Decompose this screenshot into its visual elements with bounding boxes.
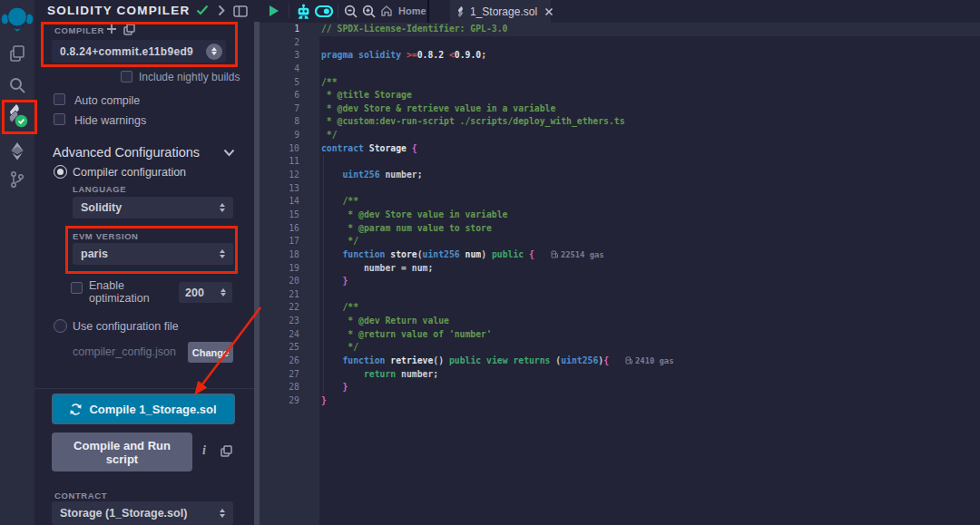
play-icon[interactable] (269, 5, 279, 17)
code-line: */ (321, 341, 673, 355)
nightly-builds-label: Include nightly builds (139, 71, 240, 83)
use-config-file-label: Use configuration file (73, 320, 179, 333)
editor-topbar: Home 1_Storage.sol (260, 0, 980, 23)
compiler-config-radio[interactable] (54, 165, 67, 179)
annotation-box-compiler (41, 22, 238, 67)
auto-compile-checkbox[interactable] (54, 93, 65, 105)
code-line: * @dev Return value (321, 315, 673, 328)
zoom-out-icon[interactable] (344, 5, 358, 18)
tab-close-icon[interactable] (544, 7, 554, 16)
code-line: return number; (321, 368, 673, 382)
compile-success-check-icon (196, 5, 209, 15)
code-line: } (321, 275, 673, 288)
annotation-box-evm-version (65, 226, 238, 274)
code-line (321, 182, 673, 196)
panel-chevron-right-icon[interactable] (218, 5, 225, 16)
code-line: contract Storage { (321, 142, 673, 156)
enable-optimization-label: Enable optimization (89, 280, 150, 305)
solidity-file-icon (456, 5, 466, 18)
tab-storage-sol[interactable]: 1_Storage.sol (450, 0, 551, 23)
panel-divider (34, 388, 254, 389)
contract-value: Storage (1_Storage.sol) (60, 507, 187, 520)
compile-button[interactable]: Compile 1_Storage.sol (52, 394, 235, 424)
code-line: number = num; (321, 262, 673, 276)
tab-home[interactable]: Home (380, 5, 426, 17)
hide-warnings-label: Hide warnings (74, 114, 146, 127)
code-line (321, 288, 673, 302)
code-editor[interactable]: 1234567891011121314151617181920212223242… (260, 23, 980, 525)
gas-estimate: 2410 gas (625, 355, 673, 368)
code-line: /** (321, 195, 673, 209)
contract-stepper-icon (220, 509, 225, 518)
zoom-in-icon[interactable] (362, 5, 376, 18)
gas-estimate: 22514 gas (551, 248, 604, 262)
optimization-runs-value: 200 (185, 287, 204, 299)
code-line: * @custom:dev-run-script ./scripts/deplo… (321, 115, 673, 129)
code-line (321, 155, 673, 169)
nightly-builds-checkbox[interactable] (121, 71, 132, 83)
refresh-icon (70, 403, 82, 415)
code-line: * @dev Store & retrieve value in a varia… (321, 102, 673, 116)
compile-and-run-button[interactable]: Compile and Run script (52, 433, 192, 472)
annotation-box-solidity-icon (2, 100, 37, 134)
language-value: Solidity (81, 201, 122, 214)
optimization-runs-input[interactable]: 200 (179, 282, 232, 303)
code-line: uint256 number; (321, 169, 673, 182)
search-icon[interactable] (0, 76, 34, 94)
deploy-run-icon[interactable] (0, 141, 34, 160)
code-line: */ (321, 235, 673, 248)
code-line: } (321, 381, 673, 394)
home-icon (380, 5, 393, 17)
advanced-chevron-down-icon[interactable] (223, 149, 235, 157)
code-line: function store(uint256 num) public {2251… (321, 248, 673, 262)
line-numbers: 1234567891011121314151617181920212223242… (260, 23, 299, 408)
runs-stepper-icon (220, 288, 226, 297)
code-line (321, 36, 673, 50)
code-line: */ (321, 129, 673, 142)
language-stepper-icon (220, 203, 225, 212)
ai-assistant-robot-icon[interactable] (296, 4, 311, 20)
contract-select[interactable]: Storage (1_Storage.sol) (52, 501, 233, 525)
enable-optimization-checkbox[interactable] (71, 282, 83, 294)
code-line: function retrieve() public view returns … (321, 355, 673, 368)
tab-separator (427, 0, 429, 23)
code-line: /** (321, 76, 673, 90)
ai-toggle-icon[interactable] (315, 5, 333, 17)
pin-panel-icon[interactable] (233, 5, 248, 17)
git-icon[interactable] (0, 170, 34, 189)
contract-section-label: CONTRACT (54, 491, 107, 501)
panel-title: SOLIDITY COMPILER (47, 4, 190, 17)
auto-compile-label: Auto compile (74, 94, 140, 107)
advanced-configurations-heading[interactable]: Advanced Configurations (53, 145, 200, 160)
tab-file-label: 1_Storage.sol (470, 5, 537, 18)
compiler-config-label: Compiler configuration (73, 166, 186, 179)
code-line: pragma solidity >=0.8.2 <0.9.0; (321, 49, 673, 63)
code-line (321, 63, 673, 76)
remix-logo-icon[interactable] (0, 5, 34, 33)
tab-home-label: Home (398, 5, 426, 16)
code-line: * @title Storage (321, 89, 673, 102)
use-config-file-radio[interactable] (54, 319, 67, 333)
code-line: * @param num value to store (321, 222, 673, 236)
code-line: * @return value of 'number' (321, 328, 673, 342)
code-line: // SPDX-License-Identifier: GPL-3.0 (321, 23, 673, 36)
code-line: /** (321, 301, 673, 315)
code-line: * @dev Store value in variable (321, 209, 673, 222)
config-file-name: compiler_config.json (73, 345, 176, 358)
change-config-button[interactable]: Change (188, 342, 233, 363)
code-content[interactable]: // SPDX-License-Identifier: GPL-3.0 prag… (321, 23, 673, 408)
code-line: } (321, 394, 673, 408)
info-icon[interactable]: i (202, 443, 206, 458)
file-explorer-icon[interactable] (0, 44, 34, 63)
language-label: LANGUAGE (73, 184, 126, 194)
copy-script-icon[interactable] (220, 445, 232, 457)
hide-warnings-checkbox[interactable] (54, 113, 65, 125)
icon-sidebar (0, 0, 34, 525)
language-select[interactable]: Solidity (73, 197, 233, 219)
